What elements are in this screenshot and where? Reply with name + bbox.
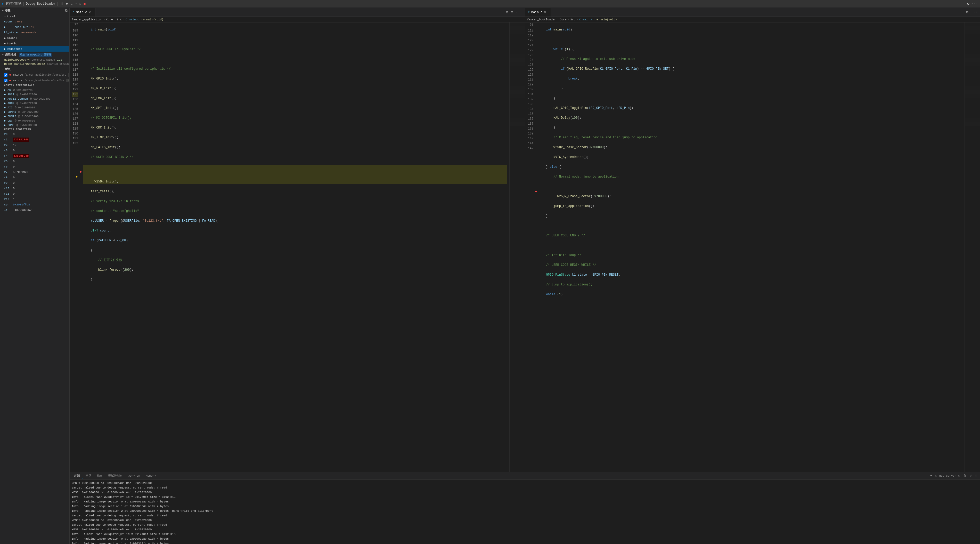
terminal-kill-btn[interactable]: 🗑 — [962, 473, 967, 478]
registers-section[interactable]: ▶ Registers — [0, 46, 69, 52]
callstack-chevron: ▾ — [2, 53, 4, 56]
read-buf-var: ▶ read_buf [40] — [0, 24, 69, 30]
tab-close-left[interactable]: × — [89, 10, 91, 14]
reg-r1: r1 536881848 — [0, 137, 69, 142]
terminal-line-6: Info : Padding image section 2 at 0x0800… — [72, 509, 978, 513]
left-sidebar: ▾ 变量 ⧉ ▾ Local count : 0x0 ▶ read_buf [4… — [0, 8, 70, 544]
code-area-right[interactable]: 68 118 119 120 121 122 123 124 125 126 1… — [525, 22, 980, 472]
gdb-server-label: gdb-server — [939, 474, 956, 477]
static-section[interactable]: ▶ Static — [0, 41, 69, 46]
copy-icon[interactable]: ⧉ — [65, 9, 67, 13]
problems-tab[interactable]: 问题 — [83, 473, 94, 479]
callstack-item-0[interactable]: main@0x90000a74 Core/Src/main.c 122 — [0, 58, 69, 62]
peripheral-cec[interactable]: ▶ CEC @ 0x40006c00 — [0, 118, 69, 123]
peripheral-bdma1[interactable]: ▶ BDMA1 @ 0x48022c00 — [0, 110, 69, 114]
code-lines-right: int main(void) while (1) { // Press K1 a… — [537, 22, 965, 472]
tab-close-right[interactable]: × — [544, 10, 546, 14]
reg-r11: r11 0 — [0, 191, 69, 197]
editor-split: C main.c × ⊞ ⊟ ··· fancer_application › … — [70, 8, 980, 472]
stop-btn[interactable]: ■ — [84, 2, 86, 6]
bp-checkbox-0[interactable] — [4, 73, 8, 77]
terminal-line-2: xPSR: 0x01000000 pc: 0x0800dad4 msp: 0x2… — [72, 490, 978, 495]
pane-toolbar-right: ⊞ ··· — [964, 8, 980, 16]
reg-r6: r6 0 — [0, 164, 69, 169]
restart-btn[interactable]: ↻ — [79, 2, 81, 6]
breakpoints-section[interactable]: ▾ 断点 — [0, 66, 69, 72]
variables-section[interactable]: ▾ 变量 ⧉ — [0, 8, 69, 14]
minimap-right — [964, 22, 980, 472]
debug-console-tab[interactable]: 调试控制台 — [106, 473, 125, 479]
breadcrumb-right: fancer_bootloader › Core › Src › C main.… — [525, 17, 980, 22]
reg-sp: sp 0x2001ffc8 — [0, 202, 69, 207]
reg-r8: r8 0 — [0, 175, 69, 180]
layout-icon[interactable]: ⊟ — [511, 10, 514, 15]
new-terminal-btn[interactable]: + — [929, 474, 933, 478]
reg-r0: r0 0 — [0, 132, 69, 137]
step-over-btn[interactable]: ⤼ — [65, 2, 68, 6]
peripheral-bdma2[interactable]: ▶ BDMA2 @ 0x58025400 — [0, 114, 69, 118]
local-section[interactable]: ▾ Local — [0, 14, 69, 19]
terminal-line-9: target halted due to debug-request, curr… — [72, 523, 978, 527]
local-chevron: ▾ — [4, 15, 6, 18]
reg-r2: r2 48 — [0, 142, 69, 148]
breakpoint-badge: 添加 breakpoint 已暂停 — [19, 53, 52, 57]
terminal-line-13: Info : Padding image section 1 at 0x9003… — [72, 541, 978, 544]
continue-btn[interactable]: ⏸ — [60, 2, 64, 6]
main-layout: ▾ 变量 ⧉ ▾ Local count : 0x0 ▶ read_buf [4… — [0, 8, 980, 544]
peripheral-adc12[interactable]: ▶ ADC12_Common @ 0x40022300 — [0, 97, 69, 101]
peripheral-adc2[interactable]: ▶ ADC2 @ 0x40022100 — [0, 101, 69, 105]
bp-checkbox-1[interactable] — [4, 79, 8, 82]
maximize-panel-btn[interactable]: ⤢ — [968, 473, 973, 478]
callstack-item-1[interactable]: Reset_Handler@0x90030e52 startup_stm32h.… — [0, 62, 69, 66]
peripheral-ac[interactable]: ▶ AC @ 0xe000ef90 — [0, 88, 69, 92]
settings-btn[interactable]: ⚙ — [967, 2, 969, 6]
terminal-more-btn[interactable]: ⊞ — [957, 473, 961, 478]
terminal-line-10: xPSR: 0x01000000 pc: 0x0800dad4 msp: 0x2… — [72, 527, 978, 532]
code-lines-left: int main(void) /* USER CODE END SysInit … — [81, 22, 509, 472]
editor-pane-right: C main.c × ⊞ ··· fancer_bootloader › Cor… — [525, 8, 980, 472]
editor-tabs-left: C main.c × ⊞ ⊟ ··· — [70, 8, 525, 17]
reg-r9: r9 0 — [0, 180, 69, 186]
more-btn[interactable]: ··· — [972, 2, 978, 6]
terminal-line-12: Info : Padding image section 0 at 0x9000… — [72, 536, 978, 541]
count-var: count : 0x0 — [0, 19, 69, 24]
jupyter-tab[interactable]: JUPYTER — [126, 473, 143, 479]
split-terminal-btn[interactable]: ⊟ — [934, 473, 938, 478]
code-area-left[interactable]: 77 109 110 111 112 113 114 115 116 117 1… — [70, 22, 525, 472]
breakpoint-1[interactable]: ● main.c fancer_bootloader/Core/Src 132 — [0, 78, 69, 83]
split-icon[interactable]: ⊞ — [506, 10, 509, 15]
step-into-btn[interactable]: ↓ — [71, 2, 73, 6]
reg-lr: lr -1879030257 — [0, 207, 69, 213]
terminal-content[interactable]: xPSR: 0x01000000 pc: 0x0800dad4 msp: 0x2… — [70, 480, 980, 544]
reg-r3: r3 0 — [0, 148, 69, 153]
peripheral-adc1[interactable]: ▶ ADC1 @ 0x40022000 — [0, 92, 69, 97]
breakpoint-0[interactable]: ● main.c fancer_application/Core/Src 122 — [0, 72, 69, 78]
tab-main-right[interactable]: C main.c × — [525, 8, 551, 16]
debug-config-btn[interactable]: Debug Bootloader — [26, 2, 56, 6]
terminal-line-3: Info : flash1 'win w25q64fv/jv' id = 0x1… — [72, 495, 978, 499]
line-numbers-right: 68 118 119 120 121 122 123 124 125 126 1… — [525, 22, 537, 472]
global-section[interactable]: ▶ Global — [0, 35, 69, 41]
reg-r5: r5 0 — [0, 159, 69, 164]
reg-r7: r7 537001920 — [0, 169, 69, 175]
tab-main-left[interactable]: C main.c × — [70, 8, 95, 16]
terminal-tab[interactable]: 终端 — [72, 473, 83, 479]
callstack-section[interactable]: ▾ 调用堆栈 添加 breakpoint 已暂停 — [0, 52, 69, 58]
split-icon-right[interactable]: ⊞ — [966, 10, 969, 15]
global-chevron: ▶ — [4, 37, 6, 40]
editor-tabs-right: C main.c × ⊞ ··· — [525, 8, 980, 17]
more-pane-icon-right[interactable]: ··· — [970, 10, 978, 15]
reg-r12: r12 1 — [0, 197, 69, 202]
peripheral-axi[interactable]: ▶ AXI @ 0x51000000 — [0, 105, 69, 110]
close-panel-btn[interactable]: × — [974, 474, 978, 478]
more-pane-icon[interactable]: ··· — [515, 10, 522, 15]
run-debug-icon: ▶ — [2, 2, 4, 6]
pane-toolbar-left: ⊞ ⊟ ··· — [503, 8, 525, 16]
editor-area: C main.c × ⊞ ⊟ ··· fancer_application › … — [70, 8, 980, 544]
output-tab[interactable]: 输出 — [94, 473, 105, 479]
variables-chevron: ▾ — [2, 9, 4, 13]
peripheral-comp[interactable]: ▶ COMP @ 0x58003800 — [0, 123, 69, 127]
terminal-line-0: xPSR: 0x01000000 pc: 0x0800dad4 msp: 0x2… — [72, 481, 978, 485]
memory-tab[interactable]: MEMORY — [143, 473, 159, 479]
step-out-btn[interactable]: ↑ — [75, 2, 77, 6]
